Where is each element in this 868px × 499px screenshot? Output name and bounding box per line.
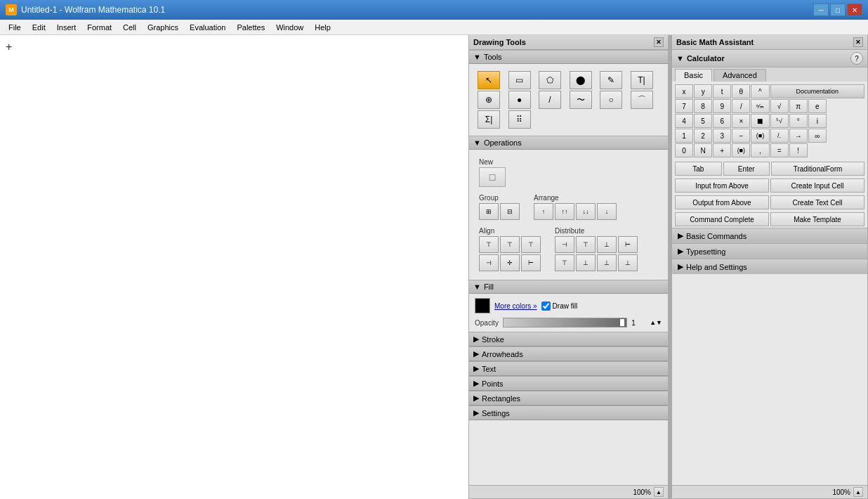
menu-file[interactable]: File xyxy=(3,22,27,33)
fill-section-header[interactable]: ▼ Fill xyxy=(469,280,668,294)
key-tab[interactable]: Tab xyxy=(675,162,722,176)
key-8[interactable]: 8 xyxy=(694,99,712,113)
input-from-above-btn[interactable]: Input from Above xyxy=(675,179,769,193)
canvas-area[interactable]: + xyxy=(0,35,468,499)
key-frac[interactable]: ⁿ∕ₘ xyxy=(751,99,769,113)
tool-pick[interactable]: ⊕ xyxy=(478,91,500,109)
key-enter[interactable]: Enter xyxy=(723,162,770,176)
key-paren1[interactable]: (■) xyxy=(751,129,769,143)
key-7[interactable]: 7 xyxy=(675,99,693,113)
key-div[interactable]: / xyxy=(732,99,750,113)
key-inf[interactable]: ∞ xyxy=(808,129,827,143)
key-y[interactable]: y xyxy=(694,84,712,98)
opacity-stepper[interactable]: ▲▼ xyxy=(650,319,662,326)
tool-sum[interactable]: Σ| xyxy=(478,110,500,129)
arrange-btn2[interactable]: ↑↑ xyxy=(555,203,574,220)
menu-edit[interactable]: Edit xyxy=(27,22,51,33)
dist-btn4[interactable]: ⊢ xyxy=(618,236,638,253)
menu-palettes[interactable]: Palettes xyxy=(231,22,270,33)
tool-curve[interactable]: 〜 xyxy=(570,91,592,109)
key-5[interactable]: 5 xyxy=(694,114,712,128)
points-section-header[interactable]: ▶ Points xyxy=(469,376,668,391)
tool-polygon[interactable]: ⬠ xyxy=(539,71,561,89)
dist-btn3[interactable]: ⊥ xyxy=(597,236,617,253)
key-replace[interactable]: /. xyxy=(770,129,789,143)
create-input-cell-btn[interactable]: Create Input Cell xyxy=(770,179,864,193)
math-scroll[interactable]: x y t θ ^ Documentation 7 8 9 / ⁿ∕ₘ √ π … xyxy=(672,82,867,485)
help-settings-header[interactable]: ▶ Help and Settings xyxy=(672,259,867,274)
key-9[interactable]: 9 xyxy=(713,99,731,113)
key-eq[interactable]: = xyxy=(770,143,789,157)
menu-insert[interactable]: Insert xyxy=(51,22,82,33)
group-btn2[interactable]: ⊟ xyxy=(500,203,520,220)
tool-line[interactable]: / xyxy=(539,91,561,109)
settings-section-header[interactable]: ▶ Settings xyxy=(469,406,668,420)
typesetting-header[interactable]: ▶ Typesetting xyxy=(672,244,867,259)
draw-fill-checkbox[interactable] xyxy=(541,302,551,311)
key-comma[interactable]: , xyxy=(751,143,769,157)
new-button[interactable]: □ xyxy=(479,167,506,187)
key-1[interactable]: 1 xyxy=(675,129,693,143)
math-zoom-up[interactable]: ▲ xyxy=(853,487,863,497)
command-complete-btn[interactable]: Command Complete xyxy=(675,212,769,226)
tab-advanced[interactable]: Advanced xyxy=(714,69,766,82)
minimize-button[interactable]: ─ xyxy=(813,4,829,16)
key-plus[interactable]: + xyxy=(713,143,731,157)
dist-btn6[interactable]: ⊥ xyxy=(576,254,596,271)
operations-section-header[interactable]: ▼ Operations xyxy=(469,136,668,150)
drawing-tools-close[interactable]: ✕ xyxy=(654,37,664,47)
key-fact[interactable]: ! xyxy=(789,143,808,157)
key-documentation[interactable]: Documentation xyxy=(770,84,865,98)
more-colors-link[interactable]: More colors » xyxy=(494,302,537,310)
key-3[interactable]: 3 xyxy=(713,129,731,143)
align-ml[interactable]: ⊣ xyxy=(479,254,499,271)
opacity-thumb[interactable] xyxy=(619,318,625,327)
math-panel-close[interactable]: ✕ xyxy=(853,37,863,47)
make-template-btn[interactable]: Make Template xyxy=(770,212,864,226)
close-button[interactable]: ✕ xyxy=(847,4,862,16)
align-tl[interactable]: ⊤ xyxy=(479,236,499,253)
tools-section-header[interactable]: ▼ Tools xyxy=(469,50,668,64)
key-e[interactable]: e xyxy=(808,99,827,113)
key-x[interactable]: x xyxy=(675,84,693,98)
key-6[interactable]: 6 xyxy=(713,114,731,128)
dist-btn1[interactable]: ⊣ xyxy=(555,236,574,253)
menu-cell[interactable]: Cell xyxy=(117,22,142,33)
key-theta[interactable]: θ xyxy=(732,84,750,98)
drawing-tools-scroll[interactable]: ▼ Tools ↖ ▭ ⬠ ⬤ ✎ T| ⊕ ● / 〜 xyxy=(469,50,668,485)
key-mul[interactable]: × xyxy=(732,114,750,128)
key-N[interactable]: N xyxy=(694,143,712,157)
key-nthroot[interactable]: ⁵√ xyxy=(770,114,789,128)
menu-evaluation[interactable]: Evaluation xyxy=(184,22,231,33)
menu-window[interactable]: Window xyxy=(270,22,309,33)
align-mr[interactable]: ⊢ xyxy=(521,254,541,271)
basic-commands-header[interactable]: ▶ Basic Commands xyxy=(672,228,867,243)
stroke-section-header[interactable]: ▶ Stroke xyxy=(469,332,668,346)
key-sqrtn[interactable]: ■̣ xyxy=(751,114,769,128)
key-i[interactable]: i xyxy=(808,114,827,128)
key-minus[interactable]: − xyxy=(732,129,750,143)
text-section-header[interactable]: ▶ Text xyxy=(469,361,668,376)
key-0[interactable]: 0 xyxy=(675,143,693,157)
dist-btn5[interactable]: ⊤ xyxy=(555,254,574,271)
tool-arc[interactable]: ⌒ xyxy=(631,91,653,109)
key-2[interactable]: 2 xyxy=(694,129,712,143)
drawing-tools-zoom-up[interactable]: ▲ xyxy=(654,487,664,497)
canvas-content[interactable]: + xyxy=(0,35,468,59)
group-btn1[interactable]: ⊞ xyxy=(479,203,499,220)
arrange-btn3[interactable]: ↓↓ xyxy=(576,203,596,220)
key-sqrt[interactable]: √ xyxy=(770,99,789,113)
opacity-slider[interactable] xyxy=(503,318,627,328)
tool-circle[interactable]: ○ xyxy=(600,91,622,109)
key-arrow[interactable]: → xyxy=(789,129,808,143)
calc-help-button[interactable]: ? xyxy=(850,52,863,65)
key-pi[interactable]: π xyxy=(789,99,808,113)
key-power[interactable]: ^ xyxy=(751,84,769,98)
dist-btn8[interactable]: ⊥ xyxy=(618,254,638,271)
tool-select[interactable]: ↖ xyxy=(478,71,500,89)
tool-ellipse[interactable]: ⬤ xyxy=(570,71,592,89)
tool-edit[interactable]: ✎ xyxy=(600,71,622,89)
menu-help[interactable]: Help xyxy=(309,22,336,33)
tab-basic[interactable]: Basic xyxy=(675,69,712,82)
align-tr[interactable]: ⊤ xyxy=(521,236,541,253)
